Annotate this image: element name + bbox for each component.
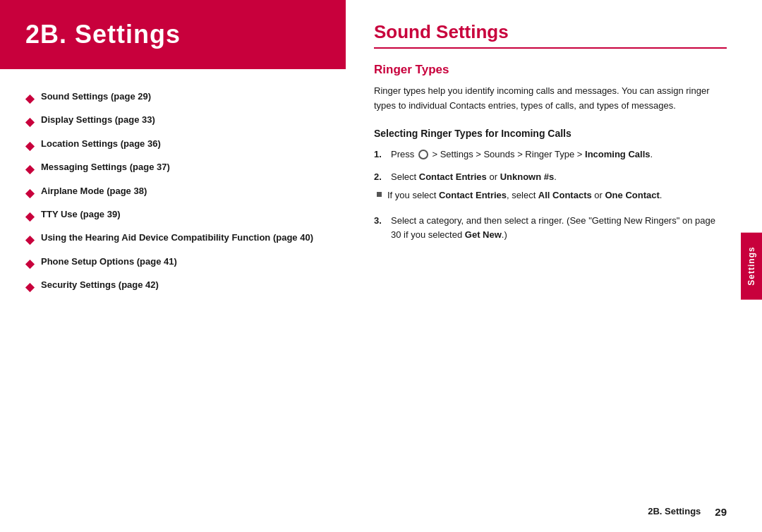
- step-number: 3.: [374, 214, 388, 228]
- toc-item: ◆TTY Use (page 39): [25, 208, 320, 224]
- diamond-icon: ◆: [25, 232, 34, 248]
- section-title: Sound Settings: [374, 21, 727, 49]
- toc-item: ◆Phone Setup Options (page 41): [25, 255, 320, 272]
- chapter-title: 2B. Settings: [25, 20, 320, 49]
- toc-item: ◆Messaging Settings (page 37): [25, 161, 320, 177]
- toc-item-label: Messaging Settings (page 37): [41, 161, 170, 174]
- sub-bullet-list: If you select Contact Entries, select Al…: [374, 188, 662, 205]
- diamond-icon: ◆: [25, 162, 34, 177]
- diamond-icon: ◆: [25, 114, 34, 130]
- intro-text: Ringer types help you identify incoming …: [374, 84, 727, 114]
- footer-label: 2B. Settings: [648, 506, 701, 518]
- toc-item: ◆Airplane Mode (page 38): [25, 185, 320, 201]
- steps-list: 1.Press > Settings > Sounds > Ringer Typ…: [374, 147, 727, 243]
- toc-item: ◆Security Settings (page 42): [25, 279, 320, 295]
- footer-page: 29: [715, 506, 727, 518]
- step-text: Select a category, and then select a rin…: [391, 214, 727, 242]
- toc-item-label: Location Settings (page 36): [41, 138, 161, 150]
- chapter-header: 2B. Settings: [0, 0, 346, 69]
- toc-item: ◆Display Settings (page 33): [25, 114, 320, 130]
- toc-item-label: Using the Hearing Aid Device Compatibili…: [41, 231, 313, 244]
- diamond-icon: ◆: [25, 91, 34, 107]
- table-row: 1.Press > Settings > Sounds > Ringer Typ…: [374, 147, 727, 162]
- sub-heading: Selecting Ringer Types for Incoming Call…: [374, 128, 727, 139]
- step-text: Press > Settings > Sounds > Ringer Type …: [391, 147, 653, 162]
- side-tab: Settings: [741, 232, 762, 299]
- step-number: 2.: [374, 170, 388, 184]
- table-row: 2.Select Contact Entries or Unknown #s.I…: [374, 170, 727, 205]
- square-bullet-icon: [377, 192, 382, 197]
- table-row: 3.Select a category, and then select a r…: [374, 214, 727, 242]
- circle-icon: [418, 150, 428, 159]
- toc-item: ◆Location Settings (page 36): [25, 138, 320, 154]
- step-number: 1.: [374, 147, 388, 162]
- list-item: If you select Contact Entries, select Al…: [374, 188, 662, 202]
- diamond-icon: ◆: [25, 279, 34, 295]
- right-panel: Sound Settings Ringer Types Ringer types…: [346, 0, 762, 532]
- left-panel: 2B. Settings ◆Sound Settings (page 29)◆D…: [0, 0, 346, 532]
- toc-list: ◆Sound Settings (page 29)◆Display Settin…: [0, 90, 346, 296]
- step-text: Select Contact Entries or Unknown #s.: [391, 170, 557, 184]
- toc-item-label: Sound Settings (page 29): [41, 90, 151, 103]
- toc-item-label: Security Settings (page 42): [41, 279, 159, 291]
- toc-item: ◆Using the Hearing Aid Device Compatibil…: [25, 231, 320, 248]
- page-container: 2B. Settings ◆Sound Settings (page 29)◆D…: [0, 0, 762, 532]
- toc-item: ◆Sound Settings (page 29): [25, 90, 320, 107]
- subsection-title: Ringer Types: [374, 63, 727, 77]
- toc-item-label: Display Settings (page 33): [41, 114, 155, 126]
- toc-item-label: Airplane Mode (page 38): [41, 185, 147, 198]
- toc-item-label: Phone Setup Options (page 41): [41, 255, 177, 268]
- diamond-icon: ◆: [25, 256, 34, 272]
- diamond-icon: ◆: [25, 138, 34, 154]
- sub-bullet-text: If you select Contact Entries, select Al…: [387, 188, 662, 202]
- toc-item-label: TTY Use (page 39): [41, 208, 120, 221]
- diamond-icon: ◆: [25, 209, 34, 224]
- footer: 2B. Settings 29: [648, 506, 727, 518]
- diamond-icon: ◆: [25, 186, 34, 201]
